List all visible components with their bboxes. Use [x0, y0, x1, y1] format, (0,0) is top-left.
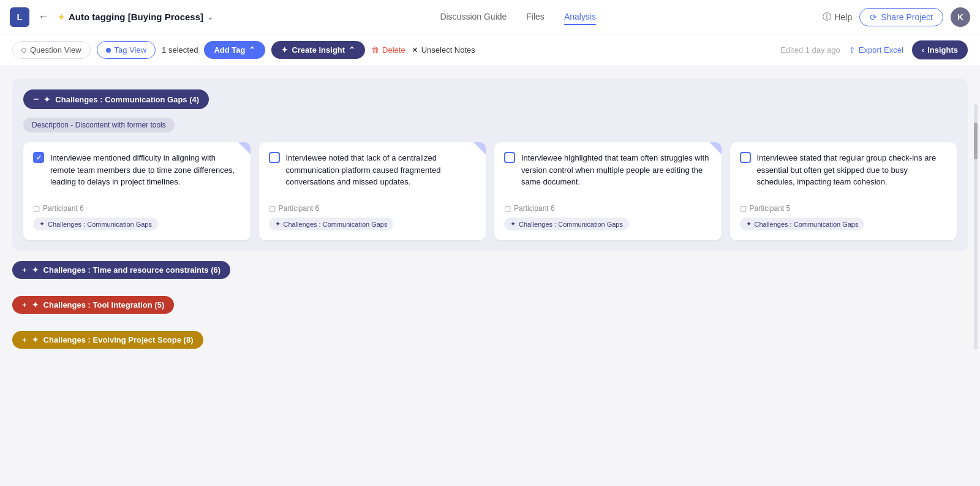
card-header-4: Interviewee stated that regular group ch…	[740, 152, 948, 188]
tag-view-label: Tag View	[115, 45, 147, 55]
upload-icon: ⇧	[849, 45, 856, 55]
chevron-up-icon-2: ⌃	[349, 45, 355, 55]
card-checkbox-4[interactable]	[740, 152, 751, 163]
help-button[interactable]: ⓘ Help	[823, 12, 852, 23]
tag-label-2: Challenges : Communication Gaps	[284, 221, 388, 228]
card-corner-2	[473, 142, 486, 154]
close-icon: ✕	[412, 45, 418, 55]
delete-button[interactable]: 🗑 Delete	[371, 45, 405, 55]
card-1: ✓ Interviewee mentioned difficulty in al…	[23, 142, 251, 240]
nav-center: Discussion Guide Files Analysis	[440, 9, 596, 25]
nav-discussion-guide[interactable]: Discussion Guide	[440, 9, 507, 25]
document-icon-3: ▢	[504, 204, 511, 213]
collapse-icon: −	[33, 94, 39, 105]
scrollbar[interactable]	[974, 104, 978, 349]
card-footer-1: ▢ Participant 6 ✦ Challenges : Communica…	[33, 204, 241, 230]
card-text-3: Interviewee highlighted that team often …	[521, 152, 712, 188]
collapsed-group-time-label: Challenges : Time and resource constrain…	[43, 265, 221, 275]
sparkle-icon: ✦	[58, 12, 65, 22]
create-insight-button[interactable]: ✦ Create Insight ⌃	[271, 41, 365, 59]
participant-label-1: ▢ Participant 6	[33, 204, 241, 213]
scrollbar-thumb[interactable]	[974, 123, 978, 159]
card-footer-4: ▢ Participant 5 ✦ Challenges : Communica…	[740, 204, 948, 230]
trash-icon: 🗑	[371, 45, 379, 55]
participant-name-3: Participant 6	[514, 204, 555, 213]
document-icon-1: ▢	[33, 204, 40, 213]
document-icon-2: ▢	[269, 204, 276, 213]
plus-icon-3: +	[22, 335, 27, 344]
cards-grid: ✓ Interviewee mentioned difficulty in al…	[23, 142, 957, 240]
participant-label-2: ▢ Participant 6	[269, 204, 477, 213]
sparkle-icon-6: ✦	[510, 220, 516, 228]
participant-name-4: Participant 5	[750, 204, 791, 213]
avatar: K	[951, 7, 970, 27]
sparkle-icon-9: ✦	[32, 300, 39, 309]
share-icon: ⟳	[870, 12, 877, 22]
chevron-up-icon: ⌃	[249, 45, 255, 55]
sparkle-icon-5: ✦	[275, 220, 281, 228]
help-label: Help	[834, 12, 852, 22]
participant-name-2: Participant 6	[279, 204, 320, 213]
card-footer-2: ▢ Participant 6 ✦ Challenges : Communica…	[269, 204, 477, 230]
collapsed-group-scope: + ✦ Challenges : Evolving Project Scope …	[12, 331, 968, 357]
insights-button[interactable]: ‹ Insights	[912, 40, 968, 59]
description-tag: Description - Discontent with former too…	[23, 118, 175, 132]
card-2: Interviewee noted that lack of a central…	[259, 142, 486, 240]
share-project-button[interactable]: ⟳ Share Project	[859, 8, 943, 26]
participant-name-1: Participant 6	[43, 204, 84, 213]
nav-analysis[interactable]: Analysis	[564, 9, 596, 25]
export-label: Export Excel	[859, 45, 903, 55]
tag-badge-3[interactable]: ✦ Challenges : Communication Gaps	[504, 218, 629, 230]
tag-badge-4[interactable]: ✦ Challenges : Communication Gaps	[740, 218, 865, 230]
card-checkbox-2[interactable]	[269, 152, 280, 163]
dot-icon	[106, 48, 111, 53]
toolbar-right: Edited 1 day ago ⇧ Export Excel ‹ Insigh…	[780, 40, 968, 59]
group-label-comm-gaps: Challenges : Communication Gaps (4)	[55, 95, 199, 104]
sparkle-icon-4: ✦	[39, 220, 45, 228]
back-button[interactable]: ←	[36, 8, 51, 26]
circle-icon	[21, 48, 26, 53]
tag-badge-2[interactable]: ✦ Challenges : Communication Gaps	[269, 218, 394, 230]
top-nav: L ← ✦ Auto tagging [Buying Process] ⌄ Di…	[0, 0, 980, 34]
logo-badge: L	[10, 7, 29, 27]
plus-icon-2: +	[22, 300, 27, 309]
group-header-comm-gaps[interactable]: − ✦ Challenges : Communication Gaps (4)	[23, 89, 209, 109]
add-tag-button[interactable]: Add Tag ⌃	[204, 41, 265, 59]
card-checkbox-1[interactable]: ✓	[33, 152, 44, 163]
sparkle-icon-8: ✦	[32, 265, 39, 275]
plus-icon-1: +	[22, 265, 27, 275]
project-title[interactable]: ✦ Auto tagging [Buying Process] ⌄	[58, 12, 213, 22]
unselect-label: Unselect Notes	[421, 45, 475, 55]
card-header-2: Interviewee noted that lack of a central…	[269, 152, 477, 188]
card-checkbox-3[interactable]	[504, 152, 515, 163]
help-circle-icon: ⓘ	[823, 12, 831, 23]
card-header-1: ✓ Interviewee mentioned difficulty in al…	[33, 152, 241, 188]
participant-label-3: ▢ Participant 6	[504, 204, 712, 213]
nav-files[interactable]: Files	[526, 9, 545, 25]
chevron-down-icon: ⌄	[207, 13, 213, 21]
card-text-1: Interviewee mentioned difficulty in alig…	[50, 152, 241, 188]
sparkle-icon-2: ✦	[281, 45, 288, 55]
tag-badge-1[interactable]: ✦ Challenges : Communication Gaps	[33, 218, 158, 230]
card-text-2: Interviewee noted that lack of a central…	[286, 152, 477, 188]
nav-left: L ← ✦ Auto tagging [Buying Process] ⌄	[10, 7, 213, 27]
tag-label-3: Challenges : Communication Gaps	[519, 221, 623, 228]
collapsed-group-tool: + ✦ Challenges : Tool Integration (5)	[12, 296, 968, 322]
collapsed-group-tool-button[interactable]: + ✦ Challenges : Tool Integration (5)	[12, 296, 174, 314]
collapsed-group-time-button[interactable]: + ✦ Challenges : Time and resource const…	[12, 261, 230, 279]
document-icon-4: ▢	[740, 204, 747, 213]
card-3: Interviewee highlighted that team often …	[494, 142, 722, 240]
sparkle-icon-10: ✦	[32, 335, 39, 344]
tag-view-button[interactable]: Tag View	[97, 41, 156, 59]
insights-label: Insights	[927, 45, 958, 55]
toolbar: Question View Tag View 1 selected Add Ta…	[0, 34, 980, 66]
export-excel-button[interactable]: ⇧ Export Excel	[849, 45, 903, 55]
edited-label: Edited 1 day ago	[780, 45, 840, 55]
delete-label: Delete	[382, 45, 405, 55]
question-view-button[interactable]: Question View	[12, 41, 91, 59]
card-4: Interviewee stated that regular group ch…	[730, 142, 957, 240]
collapsed-group-scope-button[interactable]: + ✦ Challenges : Evolving Project Scope …	[12, 331, 203, 349]
sparkle-icon-7: ✦	[746, 220, 752, 228]
sparkle-icon-3: ✦	[43, 95, 50, 104]
unselect-notes-button[interactable]: ✕ Unselect Notes	[412, 45, 475, 55]
